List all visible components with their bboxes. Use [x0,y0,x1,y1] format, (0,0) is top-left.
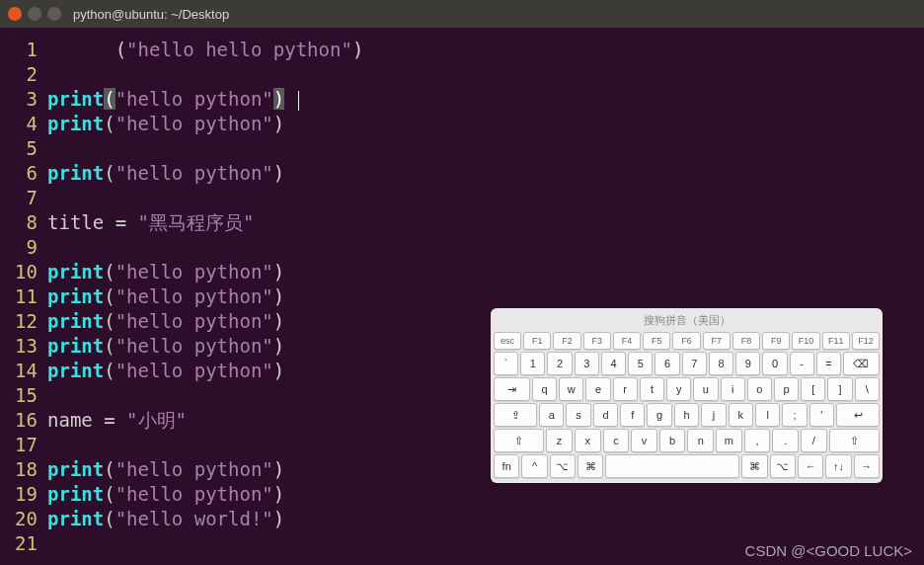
osk-key[interactable]: f [620,403,645,427]
code-token: "黑马程序员" [138,211,255,233]
osk-key[interactable]: s [566,403,590,427]
code-line[interactable]: print("hello python") [47,87,924,112]
osk-key[interactable]: F5 [643,332,670,350]
osk-key[interactable]: t [640,377,664,401]
osk-key[interactable]: x [575,429,601,452]
osk-key[interactable]: 7 [682,352,707,375]
code-line[interactable] [47,186,924,210]
osk-key[interactable]: i [721,377,745,401]
osk-key[interactable]: F4 [613,332,641,350]
osk-key[interactable]: v [631,429,657,452]
osk-key[interactable]: → [854,454,880,478]
osk-key[interactable]: o [747,377,772,401]
osk-key[interactable]: ] [827,377,852,401]
minimize-button[interactable] [28,7,41,21]
code-line[interactable] [47,136,924,161]
code-line[interactable]: print("hello python") [47,260,924,284]
osk-key[interactable]: fn [494,454,519,478]
osk-key[interactable] [605,454,739,478]
osk-key[interactable]: a [539,403,564,427]
osk-key[interactable]: F8 [732,332,760,350]
osk-key[interactable]: 5 [628,352,653,375]
code-token: "hello python" [116,310,273,332]
osk-key[interactable]: - [790,352,814,375]
osk-key[interactable]: 3 [575,352,599,375]
osk-key[interactable]: F9 [762,332,790,350]
code-token: ) [273,88,284,110]
code-token: "小明" [126,409,187,431]
code-line[interactable]: print("hello world!") [47,507,924,531]
osk-key[interactable]: ⇪ [494,403,537,427]
osk-key[interactable]: ⌫ [843,352,880,375]
osk-key[interactable]: ↩ [836,403,880,427]
osk-key[interactable]: ⇥ [494,377,530,401]
osk-key[interactable]: F12 [852,332,880,350]
osk-key[interactable]: q [532,377,557,401]
osk-key[interactable]: l [755,403,780,427]
osk-key[interactable]: 8 [709,352,733,375]
code-line[interactable]: print("hello python") [47,482,924,507]
code-token: ( [104,162,115,184]
close-button[interactable] [8,7,22,21]
code-line[interactable]: print("hello python") [47,161,924,186]
osk-key[interactable]: 6 [654,352,679,375]
osk-key[interactable]: ⇧ [829,429,880,452]
osk-key[interactable]: F6 [672,332,700,350]
osk-key[interactable]: ⌘ [578,454,603,478]
code-line[interactable] [47,235,924,260]
osk-key[interactable]: F3 [583,332,611,350]
osk-key[interactable]: 0 [762,352,787,375]
osk-key[interactable]: m [716,429,742,452]
osk-key[interactable]: c [603,429,630,452]
osk-key[interactable]: ; [782,403,807,427]
osk-key[interactable]: ^ [521,454,547,478]
code-token: "hello python" [116,88,273,110]
osk-key[interactable]: 9 [735,352,760,375]
osk-key[interactable]: . [772,429,799,452]
code-line[interactable]: print("hello python") [47,284,924,309]
osk-key[interactable]: z [546,429,573,452]
code-token: ) [273,113,284,134]
osk-key[interactable]: g [647,403,671,427]
code-line[interactable]: print("hello python") [47,112,924,136]
code-line[interactable]: title = "黑马程序员" [47,210,924,235]
osk-key[interactable]: \ [855,377,880,401]
osk-key[interactable]: esc [494,332,521,350]
code-line[interactable]: ("hello hello python") [47,38,924,62]
osk-key[interactable]: = [816,352,841,375]
osk-key[interactable]: e [585,377,610,401]
osk-key[interactable]: ← [798,454,823,478]
code-line[interactable] [47,62,924,87]
osk-key[interactable]: , [744,429,771,452]
line-number: 17 [0,433,38,457]
osk-key[interactable]: j [701,403,726,427]
osk-key[interactable]: F2 [553,332,580,350]
osk-key[interactable]: r [613,377,638,401]
osk-key[interactable]: 1 [520,352,545,375]
osk-key[interactable]: w [559,377,583,401]
maximize-button[interactable] [47,7,61,21]
osk-key[interactable]: h [674,403,699,427]
osk-key[interactable]: 2 [547,352,572,375]
osk-key[interactable]: 4 [601,352,626,375]
osk-key[interactable]: ⌘ [741,454,767,478]
osk-key[interactable]: F10 [792,332,819,350]
osk-key[interactable]: ⌥ [770,454,796,478]
osk-key[interactable]: d [593,403,618,427]
osk-key[interactable]: ` [494,352,518,375]
osk-key[interactable]: b [659,429,686,452]
osk-key[interactable]: ⌥ [550,454,576,478]
osk-key[interactable]: k [729,403,753,427]
osk-key[interactable]: n [687,429,714,452]
osk-key[interactable]: ⇧ [494,429,544,452]
osk-key[interactable]: F7 [703,332,731,350]
osk-key[interactable]: [ [801,377,825,401]
osk-key[interactable]: F11 [822,332,850,350]
osk-key[interactable]: ↑↓ [825,454,851,478]
osk-key[interactable]: p [774,377,799,401]
osk-key[interactable]: y [666,377,691,401]
osk-key[interactable]: u [693,377,718,401]
osk-key[interactable]: / [801,429,827,452]
osk-key[interactable]: F1 [523,332,551,350]
osk-key[interactable]: ' [809,403,834,427]
